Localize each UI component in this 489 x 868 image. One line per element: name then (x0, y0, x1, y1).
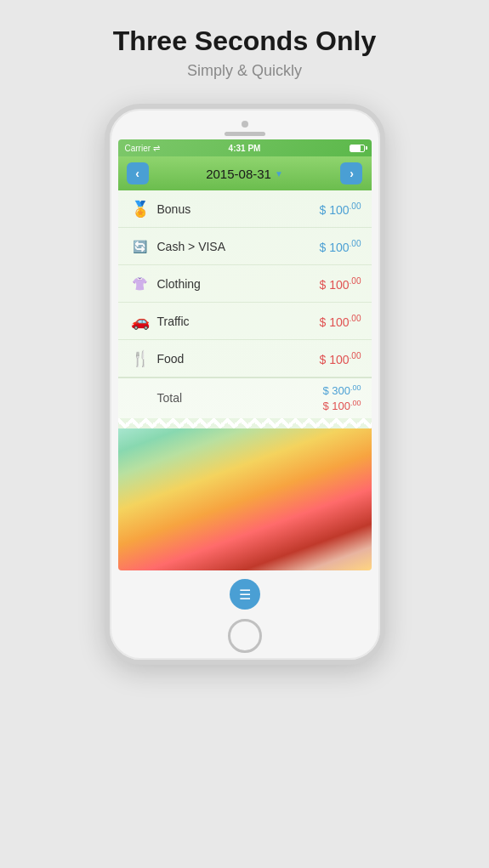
clothing-label: Clothing (157, 277, 320, 291)
nav-date-text: 2015-08-31 (206, 167, 271, 181)
bonus-label: Bonus (157, 202, 320, 216)
nav-date[interactable]: 2015-08-31 ▼ (206, 167, 283, 181)
status-right (350, 145, 365, 152)
clothing-amount-value: $ 100 (320, 277, 350, 291)
bonus-cents: .00 (350, 201, 361, 211)
clothing-amount: $ 100.00 (320, 276, 361, 292)
list-item[interactable]: 🏅 Bonus $ 100.00 (118, 190, 372, 228)
total-amounts: $ 300.00 $ 100.00 (322, 383, 361, 413)
list-item[interactable]: 🔄 Cash > VISA $ 100.00 (118, 228, 372, 265)
cash-visa-icon: 🔄 (128, 240, 152, 253)
list-item[interactable]: 👚 Clothing $ 100.00 (118, 265, 372, 303)
bonus-amount: $ 100.00 (320, 201, 361, 217)
home-button[interactable] (228, 619, 262, 653)
gradient-background (118, 428, 372, 570)
cash-visa-label: Cash > VISA (157, 240, 320, 253)
list-item[interactable]: 🍴 Food $ 100.00 (118, 340, 372, 377)
phone-speaker (225, 132, 265, 136)
nav-next-button[interactable]: › (340, 162, 362, 184)
traffic-amount-value: $ 100 (320, 315, 350, 328)
food-cents: .00 (350, 351, 361, 360)
clothing-icon: 👚 (128, 276, 152, 292)
phone-mockup: Carrier ⇌ 4:31 PM ‹ 2015-08-31 ▼ › 🏅 Bon… (105, 104, 385, 665)
total-income: $ 300.00 (322, 383, 361, 397)
cash-visa-cents: .00 (350, 239, 361, 248)
page-title: Three Seconds Only (113, 26, 376, 57)
food-icon: 🍴 (128, 349, 152, 368)
status-bar: Carrier ⇌ 4:31 PM (118, 139, 372, 156)
traffic-amount: $ 100.00 (320, 314, 361, 329)
phone-camera (242, 121, 248, 128)
page-subtitle: Simply & Quickly (187, 62, 302, 80)
nav-dropdown-icon: ▼ (275, 169, 283, 179)
traffic-cents: .00 (350, 314, 361, 323)
nav-bar: ‹ 2015-08-31 ▼ › (118, 156, 372, 190)
food-amount: $ 100.00 (320, 351, 361, 366)
food-label: Food (157, 352, 320, 366)
status-carrier: Carrier ⇌ (125, 144, 160, 153)
bonus-icon: 🏅 (128, 200, 152, 218)
total-expense: $ 100.00 (322, 399, 361, 412)
total-label: Total (128, 391, 323, 405)
clothing-cents: .00 (350, 276, 361, 286)
zigzag-separator (118, 418, 372, 428)
traffic-label: Traffic (157, 315, 320, 328)
food-amount-value: $ 100 (320, 352, 350, 366)
status-time: 4:31 PM (229, 144, 261, 153)
bonus-amount-value: $ 100 (320, 202, 350, 216)
total-row: Total $ 300.00 $ 100.00 (118, 377, 372, 418)
transaction-list: 🏅 Bonus $ 100.00 🔄 Cash > VISA $ 100.00 … (118, 190, 372, 570)
battery-icon (350, 145, 365, 152)
cash-visa-amount-value: $ 100 (320, 240, 350, 253)
nav-prev-button[interactable]: ‹ (127, 162, 149, 184)
cash-visa-amount: $ 100.00 (320, 239, 361, 254)
traffic-icon: 🚗 (128, 312, 152, 331)
menu-button[interactable]: ☰ (230, 579, 260, 610)
phone-bottom: ☰ (228, 570, 262, 660)
phone-screen: Carrier ⇌ 4:31 PM ‹ 2015-08-31 ▼ › 🏅 Bon… (118, 139, 372, 570)
phone-top (110, 109, 380, 136)
list-item[interactable]: 🚗 Traffic $ 100.00 (118, 303, 372, 340)
